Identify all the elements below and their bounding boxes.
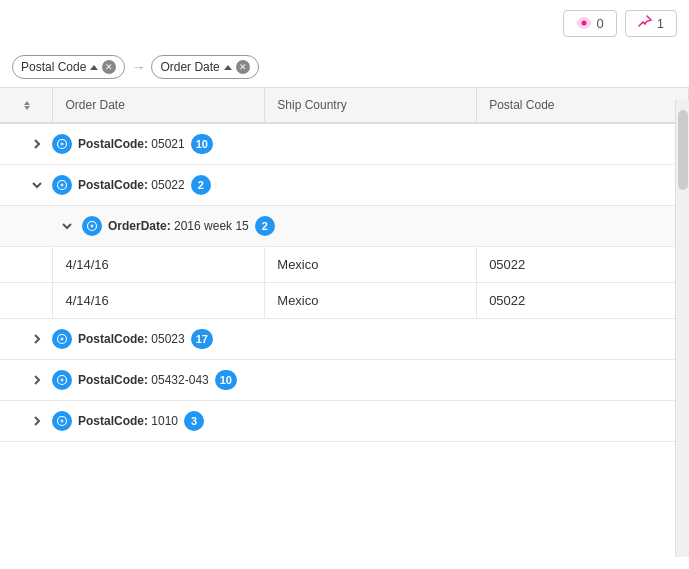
group-content-postal-05021: PostalCode: 05021 10 (8, 134, 680, 154)
group-row-postal-05432-043: PostalCode: 05432-043 10 (0, 360, 689, 401)
group-cell-postal-05432-043: PostalCode: 05432-043 10 (0, 360, 689, 401)
header-expand (0, 88, 53, 123)
remove-postal-sort-button[interactable]: ✕ (102, 60, 116, 74)
header-postal-code-label: Postal Code (489, 98, 554, 112)
header-order-date[interactable]: Order Date (53, 88, 265, 123)
sort-row: Postal Code ✕ → Order Date ✕ (0, 47, 689, 88)
expand-postal-05023-button[interactable] (28, 330, 46, 348)
count-badge-postal-05023: 17 (191, 329, 213, 349)
expand-postal-05021-button[interactable] (28, 135, 46, 153)
count-badge-postal-1010: 3 (184, 411, 204, 431)
group-label-postal-05432-043: PostalCode: 05432-043 (78, 373, 209, 387)
group-label-postal-05021: PostalCode: 05021 (78, 137, 185, 151)
group-row-postal-05022: PostalCode: 05022 2 (0, 165, 689, 206)
group-content-orderdate-2016w15: OrderDate: 2016 week 15 2 (8, 216, 680, 236)
sort-chip-postal-label: Postal Code (21, 60, 86, 74)
count-badge-postal-05021: 10 (191, 134, 213, 154)
header-postal-code[interactable]: Postal Code (477, 88, 689, 123)
header-order-date-label: Order Date (65, 98, 124, 112)
group-cell-postal-05022: PostalCode: 05022 2 (0, 165, 689, 206)
header-ship-country[interactable]: Ship Country (265, 88, 477, 123)
sort-asc-icon (90, 65, 98, 70)
group-icon-postal-05022 (52, 175, 72, 195)
sort-chip-postal-code[interactable]: Postal Code ✕ (12, 55, 125, 79)
expand-postal-05022-button[interactable] (28, 176, 46, 194)
count-badge-postal-05022: 2 (191, 175, 211, 195)
group-content-postal-05022: PostalCode: 05022 2 (8, 175, 680, 195)
group-label-postal-1010: PostalCode: 1010 (78, 414, 178, 428)
expand-col-2 (0, 283, 53, 319)
group-row-postal-1010: PostalCode: 1010 3 (0, 401, 689, 442)
group-content-postal-1010: PostalCode: 1010 3 (8, 411, 680, 431)
sort-asc-icon-2 (224, 65, 232, 70)
group-row-postal-05023: PostalCode: 05023 17 (0, 319, 689, 360)
group-icon-postal-05021 (52, 134, 72, 154)
group-cell-postal-05021: PostalCode: 05021 10 (0, 123, 689, 165)
group-icon-postal-1010 (52, 411, 72, 431)
ship-country-cell-1: Mexico (265, 247, 477, 283)
group-row-orderdate-2016w15: OrderDate: 2016 week 15 2 (0, 206, 689, 247)
scrollbar-track[interactable] (675, 100, 689, 557)
table-header-row: Order Date Ship Country Postal Code (0, 88, 689, 123)
postal-code-cell-1: 05022 (477, 247, 689, 283)
expand-postal-05432-043-button[interactable] (28, 371, 46, 389)
group-content-postal-05023: PostalCode: 05023 17 (8, 329, 680, 349)
sort-arrow-separator: → (131, 59, 145, 75)
table-container: Order Date Ship Country Postal Code (0, 88, 689, 557)
sort-chip-order-label: Order Date (160, 60, 219, 74)
table-row: 4/14/16 Mexico 05022 (0, 247, 689, 283)
data-table: Order Date Ship Country Postal Code (0, 88, 689, 442)
group-cell-postal-05023: PostalCode: 05023 17 (0, 319, 689, 360)
ship-country-cell-2: Mexico (265, 283, 477, 319)
sort-chip-order-date[interactable]: Order Date ✕ (151, 55, 258, 79)
pin-button[interactable]: 1 (625, 10, 677, 37)
expand-postal-1010-button[interactable] (28, 412, 46, 430)
order-date-cell-2: 4/14/16 (53, 283, 265, 319)
eye-icon (576, 16, 592, 32)
expand-col-1 (0, 247, 53, 283)
group-cell-postal-1010: PostalCode: 1010 3 (0, 401, 689, 442)
group-icon-postal-05023 (52, 329, 72, 349)
group-icon-orderdate-2016w15 (82, 216, 102, 236)
group-icon-postal-05432-043 (52, 370, 72, 390)
group-label-postal-05023: PostalCode: 05023 (78, 332, 185, 346)
postal-code-cell-2: 05022 (477, 283, 689, 319)
header-ship-country-label: Ship Country (277, 98, 346, 112)
expand-orderdate-2016w15-button[interactable] (58, 217, 76, 235)
scrollbar-thumb[interactable] (678, 110, 688, 190)
table-row: 4/14/16 Mexico 05022 (0, 283, 689, 319)
visibility-count: 0 (597, 16, 604, 31)
count-badge-orderdate-2016w15: 2 (255, 216, 275, 236)
pin-count: 1 (657, 16, 664, 31)
remove-order-date-sort-button[interactable]: ✕ (236, 60, 250, 74)
count-badge-postal-05432-043: 10 (215, 370, 237, 390)
group-row-postal-05021: PostalCode: 05021 10 (0, 123, 689, 165)
group-content-postal-05432-043: PostalCode: 05432-043 10 (8, 370, 680, 390)
group-label-orderdate-2016w15: OrderDate: 2016 week 15 (108, 219, 249, 233)
visibility-button[interactable]: 0 (563, 10, 617, 37)
svg-point-0 (581, 20, 586, 25)
group-label-postal-05022: PostalCode: 05022 (78, 178, 185, 192)
pin-icon (638, 15, 652, 32)
order-date-cell-1: 4/14/16 (53, 247, 265, 283)
top-bar: 0 1 (0, 0, 689, 47)
group-cell-orderdate-2016w15: OrderDate: 2016 week 15 2 (0, 206, 689, 247)
